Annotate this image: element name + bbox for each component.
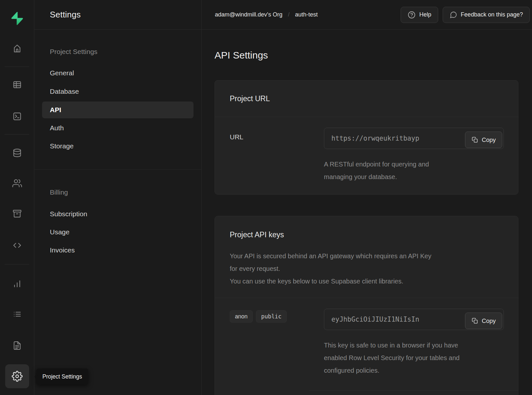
supabase-logo-icon[interactable] [10,11,24,26]
settings-gear-icon[interactable] [5,364,29,388]
copy-url-label: Copy [482,136,496,144]
reports-icon[interactable] [8,275,26,293]
anon-key-description: This key is safe to use in a browser if … [324,339,460,377]
project-url-card: Project URL URL https://orwqeukritbayp C… [215,80,518,195]
breadcrumb: adam@windmill.dev's Org / auth-test [215,11,318,18]
copy-key-label: Copy [482,317,496,325]
copy-icon [471,317,478,324]
auth-users-icon[interactable] [8,175,26,192]
section-label-project-settings: Project Settings [50,48,97,56]
api-keys-card-header: Project API keys Your API is secured beh… [215,216,518,298]
code-icon[interactable] [8,237,26,254]
help-circle-icon [407,11,416,19]
project-url-card-header: Project URL [215,80,518,117]
rail-divider [5,134,29,134]
sidebar-item-database[interactable]: Database [42,83,194,100]
section-label-billing: Billing [50,188,68,196]
database-icon[interactable] [8,144,26,162]
sidebar-item-subscription[interactable]: Subscription [42,206,194,222]
api-keys-card-title: Project API keys [230,230,503,239]
settings-panel-title: Settings [50,10,81,20]
storage-icon[interactable] [8,205,26,222]
nav-divider [34,169,201,170]
sidebar-item-storage[interactable]: Storage [42,138,194,155]
api-keys-row-divider [309,390,518,391]
key-badges: anon public [230,309,324,391]
public-badge: public [256,310,287,323]
sidebar-item-general[interactable]: General [42,65,194,81]
breadcrumb-separator: / [288,11,290,18]
api-keys-card-body: anon public eyJhbGciOiJIUzI1NiIsIn Copy … [215,298,518,391]
rail-divider [5,264,29,264]
help-button-label: Help [419,11,431,18]
copy-url-button[interactable]: Copy [465,132,502,148]
url-description: A RESTful endpoint for querying and mana… [324,158,447,183]
copy-icon [471,136,478,143]
url-field-label: URL [230,128,324,183]
api-keys-card: Project API keys Your API is secured beh… [215,216,518,395]
docs-icon[interactable] [8,337,26,354]
breadcrumb-org[interactable]: adam@windmill.dev's Org [215,11,283,18]
icon-rail [0,0,34,395]
project-url-card-body: URL https://orwqeukritbayp Copy A RESTfu… [215,117,518,183]
anon-badge: anon [230,310,253,323]
breadcrumb-project[interactable]: auth-test [295,11,318,18]
settings-panel-header: Settings [34,0,201,30]
help-button[interactable]: Help [401,7,438,23]
home-icon[interactable] [8,40,26,57]
sidebar-item-api[interactable]: API [42,101,194,118]
settings-nav-panel: Settings Project Settings General Databa… [34,0,202,395]
speech-bubble-icon [449,11,457,19]
page-title: API Settings [215,50,268,61]
api-keys-description-1: Your API is secured behind an API gatewa… [230,250,437,275]
top-bar: adam@windmill.dev's Org / auth-test Help… [202,0,532,30]
sidebar-item-usage[interactable]: Usage [42,224,194,240]
project-settings-tooltip: Project Settings [36,368,88,385]
main-content: API Settings Project URL URL https://orw… [202,30,532,395]
sidebar-item-auth[interactable]: Auth [42,120,194,136]
tooltip-text: Project Settings [42,373,82,380]
sql-editor-icon[interactable] [8,108,26,125]
copy-key-button[interactable]: Copy [465,313,502,329]
api-keys-description-2: You can use the keys below to use Supaba… [230,275,437,288]
project-url-card-title: Project URL [230,94,270,103]
feedback-button-label: Feedback on this page? [461,11,523,18]
rail-divider [5,67,29,67]
feedback-button[interactable]: Feedback on this page? [443,7,530,23]
table-editor-icon[interactable] [8,76,26,93]
sidebar-item-invoices[interactable]: Invoices [42,242,194,259]
logs-icon[interactable] [8,305,26,323]
